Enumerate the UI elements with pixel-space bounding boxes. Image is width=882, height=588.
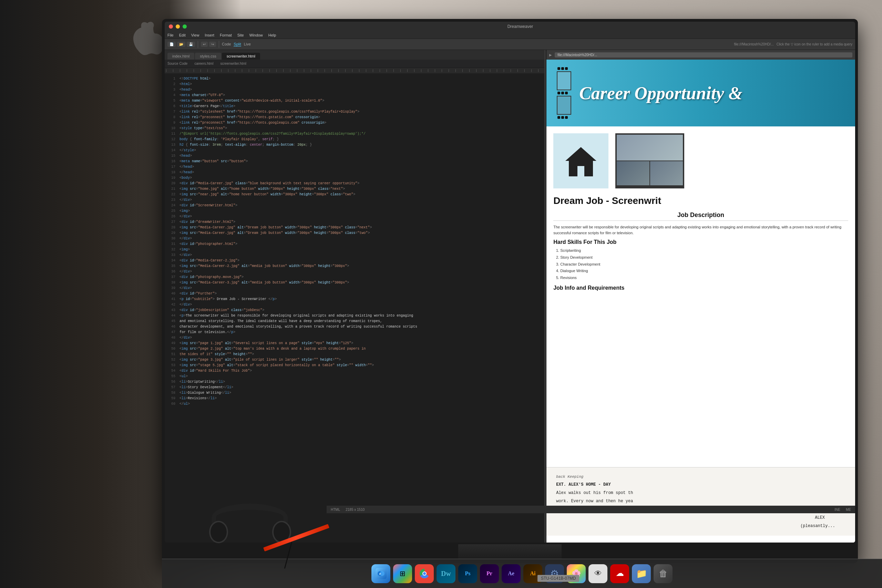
dock-photoshop-icon[interactable]: Ps bbox=[458, 564, 477, 583]
new-file-btn[interactable]: 📄 bbox=[168, 42, 176, 47]
code-mode-btn[interactable]: Code bbox=[222, 42, 231, 46]
tab-index[interactable]: index.html bbox=[168, 53, 194, 60]
maximize-button[interactable] bbox=[183, 24, 187, 28]
film-hole bbox=[565, 67, 568, 70]
dock-dreamweaver-icon[interactable]: Dw bbox=[436, 564, 456, 583]
code-line-4: <meta charset="UTF-8"> bbox=[180, 93, 542, 98]
preview-url-bar[interactable]: file:///Macintosh%20HD/... bbox=[555, 52, 852, 57]
dock-folder-icon[interactable]: 📁 bbox=[632, 564, 651, 583]
view-mode-group: Code Split Live bbox=[222, 42, 251, 46]
ln-39: 39 bbox=[171, 285, 176, 291]
dock-aftereffects-icon[interactable]: Ae bbox=[502, 564, 520, 583]
tab-screenwriter[interactable]: screenwriter.html bbox=[222, 53, 260, 60]
close-button[interactable] bbox=[169, 24, 173, 28]
skill-1: Scriptwriting bbox=[560, 248, 848, 254]
code-line-26: </div> bbox=[180, 214, 542, 219]
film-strip bbox=[557, 66, 572, 120]
code-line-43: <div id="jobDescription" class="jobDesc"… bbox=[180, 308, 542, 313]
undo-btn[interactable]: ↩ bbox=[201, 42, 208, 47]
skill-2: Story Development bbox=[560, 254, 848, 261]
section-job-description: Job Description bbox=[554, 212, 848, 221]
code-line-42: </div> bbox=[180, 302, 542, 308]
ln-32: 32 bbox=[171, 247, 176, 252]
ln-48: 48 bbox=[171, 335, 176, 340]
ln-31: 31 bbox=[171, 242, 176, 247]
ln-2: 2 bbox=[173, 82, 176, 87]
section-hard-skills: Hard Skills For This Job bbox=[554, 239, 848, 245]
preview-toolbar-label: ▶ bbox=[549, 53, 552, 57]
code-line-22: <img src="near.jpg" alt="home hover butt… bbox=[180, 192, 542, 197]
code-line-52: <img src="page 3.jpg" alt="pile of scrip… bbox=[180, 357, 542, 363]
dock-chrome-icon[interactable] bbox=[415, 564, 434, 583]
code-line-24: <div id="ScreenWriter.html"> bbox=[180, 203, 542, 208]
code-line-60: </ul> bbox=[180, 401, 542, 407]
house-icon bbox=[554, 133, 609, 188]
dock-creative-cloud-icon[interactable]: ☁ bbox=[610, 564, 629, 583]
status-bar: HTML 2185 x 1510 INE ME bbox=[327, 506, 855, 513]
menu-format[interactable]: Format bbox=[220, 33, 232, 37]
ln-60: 60 bbox=[171, 401, 176, 407]
ln-3: 3 bbox=[173, 87, 176, 93]
code-line-5: <meta name="viewport" content="width=dev… bbox=[180, 98, 542, 104]
film-frame bbox=[557, 71, 571, 90]
ln-13: 13 bbox=[171, 142, 176, 148]
media-query-hint: Click the ▽ icon on the ruler to add a m… bbox=[777, 42, 852, 46]
code-line-30: </div> bbox=[180, 236, 542, 242]
dock-launchpad-icon[interactable]: ⊞ bbox=[393, 564, 412, 583]
tab-styles[interactable]: styles.css bbox=[195, 53, 221, 60]
ln-47: 47 bbox=[171, 330, 176, 335]
menu-view[interactable]: View bbox=[191, 33, 200, 37]
split-mode-btn[interactable]: Split bbox=[234, 42, 241, 46]
site-body: Dream Job - Screenwrit Job Description T… bbox=[546, 126, 855, 298]
dock-preview-icon[interactable]: 👁 bbox=[588, 564, 608, 583]
code-line-21: <img src="home.jpg" alt="home button" wi… bbox=[180, 186, 542, 192]
file-tabs: index.html styles.css screenwriter.html bbox=[165, 50, 544, 60]
menu-window[interactable]: Window bbox=[249, 33, 263, 37]
code-line-16: <meta name="button" src="button"> bbox=[180, 159, 542, 164]
minimize-button[interactable] bbox=[176, 24, 180, 28]
skill-3: Character Development bbox=[560, 261, 848, 268]
code-line-48: </div> bbox=[180, 335, 542, 340]
dock-finder-icon[interactable]: F bbox=[371, 564, 390, 583]
code-line-51: the sides of it" style="" height=""> bbox=[180, 352, 542, 357]
code-line-25: <img> bbox=[180, 208, 542, 214]
dock-trash-icon[interactable]: 🗑 bbox=[654, 564, 672, 583]
code-line-34: <div id="Media-Career-2.jpg"> bbox=[180, 258, 542, 264]
script-character: ALEX bbox=[556, 514, 846, 522]
menu-file[interactable]: File bbox=[168, 33, 174, 37]
menu-help[interactable]: Help bbox=[268, 33, 276, 37]
film-hole bbox=[558, 92, 560, 94]
ln-41: 41 bbox=[171, 297, 176, 302]
code-line-2: <html> bbox=[180, 82, 542, 87]
live-mode-btn[interactable]: Live bbox=[244, 42, 251, 46]
code-line-41: <p id="subtitle"> Dream Job - ScreenWrit… bbox=[180, 297, 542, 302]
open-file-btn[interactable]: 📂 bbox=[177, 42, 185, 47]
ln-52: 52 bbox=[171, 357, 176, 363]
script-parenthetical: (pleasantly... bbox=[556, 522, 846, 530]
url-display: file:///Macintosh%20HD/... bbox=[734, 42, 774, 46]
stu-label: STU-G141B-07MD bbox=[537, 575, 579, 582]
skill-5: Revisions bbox=[560, 274, 848, 281]
titlebar: Dreamweaver bbox=[165, 22, 855, 32]
breadcrumb-source: Source Code bbox=[168, 62, 188, 66]
code-line-23: </div> bbox=[180, 197, 542, 203]
code-line-6: <title>Careers Page</title> bbox=[180, 104, 542, 109]
menu-site[interactable]: Site bbox=[237, 33, 244, 37]
ln-58: 58 bbox=[171, 390, 176, 396]
code-text-area[interactable]: <!DOCTYPE html> <html> <head> <meta char… bbox=[177, 74, 544, 543]
dock-premiere-icon[interactable]: Pr bbox=[480, 564, 499, 583]
ln-56: 56 bbox=[171, 379, 176, 385]
code-line-27: <div id="dreamWriter.html"> bbox=[180, 219, 542, 225]
ln-50: 50 bbox=[171, 346, 176, 352]
code-line-57: <li>Story Development</li> bbox=[180, 385, 542, 390]
ln-51: 51 bbox=[171, 352, 176, 357]
redo-btn[interactable]: ↪ bbox=[209, 42, 216, 47]
save-btn[interactable]: 💾 bbox=[187, 42, 195, 47]
ln-42: 42 bbox=[171, 302, 176, 308]
svg-marker-0 bbox=[566, 147, 596, 176]
script-scene-heading: EXT. ALEX'S HOME - DAY bbox=[556, 480, 846, 489]
menu-edit[interactable]: Edit bbox=[179, 33, 186, 37]
ln-19: 19 bbox=[171, 176, 176, 181]
code-editor[interactable]: 1 2 3 4 5 6 7 8 9 10 11 12 13 14 bbox=[165, 74, 544, 543]
menu-insert[interactable]: Insert bbox=[205, 33, 214, 37]
